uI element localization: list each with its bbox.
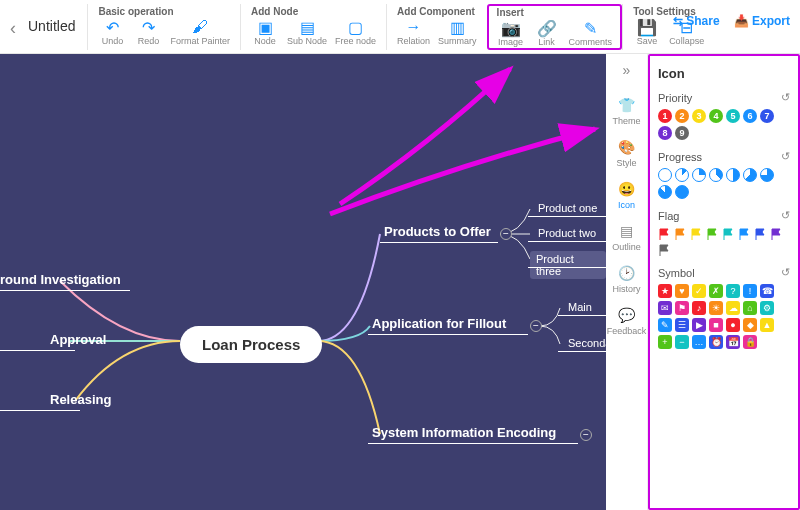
flag-0[interactable]: [658, 227, 671, 240]
node-left-1[interactable]: Approval: [50, 332, 106, 347]
reset-icon[interactable]: ↺: [781, 266, 790, 279]
flag-6[interactable]: [754, 227, 767, 240]
symbol-21[interactable]: +: [658, 335, 672, 349]
symbol-20[interactable]: ▲: [760, 318, 774, 332]
symbol-24[interactable]: ⏰: [709, 335, 723, 349]
toolbar-redo[interactable]: ↷Redo: [134, 19, 162, 46]
flag-7[interactable]: [770, 227, 783, 240]
export-button[interactable]: 📥 Export: [734, 14, 790, 28]
symbol-5[interactable]: !: [743, 284, 757, 298]
panel-tab-history[interactable]: 🕑History: [612, 264, 640, 294]
redo-icon: ↷: [140, 19, 156, 35]
toolbar-format-painter[interactable]: 🖌Format Painter: [170, 19, 230, 46]
symbol-0[interactable]: ★: [658, 284, 672, 298]
toolbar-save[interactable]: 💾Save: [633, 19, 661, 46]
symbol-13[interactable]: ⚙: [760, 301, 774, 315]
progress-0[interactable]: [658, 168, 672, 182]
toolbar-summary[interactable]: ▥Summary: [438, 19, 477, 46]
share-button[interactable]: ⇆ Share: [673, 14, 720, 28]
symbol-15[interactable]: ☰: [675, 318, 689, 332]
flag-3[interactable]: [706, 227, 719, 240]
progress-1[interactable]: [675, 168, 689, 182]
toolbar-free-node[interactable]: ▢Free node: [335, 19, 376, 46]
flag-2[interactable]: [690, 227, 703, 240]
symbol-25[interactable]: 📅: [726, 335, 740, 349]
panel-tab-icon[interactable]: 😀Icon: [618, 180, 636, 210]
panel-tab-theme[interactable]: 👕Theme: [612, 96, 640, 126]
leaf[interactable]: Main: [562, 299, 598, 315]
node-center[interactable]: Loan Process: [180, 326, 322, 363]
symbol-22[interactable]: −: [675, 335, 689, 349]
symbol-23[interactable]: …: [692, 335, 706, 349]
toolbar-node[interactable]: ▣Node: [251, 19, 279, 46]
symbol-10[interactable]: ☀: [709, 301, 723, 315]
symbol-3[interactable]: ✗: [709, 284, 723, 298]
format-painter-icon: 🖌: [192, 19, 208, 35]
back-button[interactable]: ‹: [10, 4, 24, 39]
progress-2[interactable]: [692, 168, 706, 182]
flag-1[interactable]: [674, 227, 687, 240]
progress-3[interactable]: [709, 168, 723, 182]
symbol-4[interactable]: ?: [726, 284, 740, 298]
node-right-2[interactable]: System Information Encoding: [372, 425, 556, 440]
symbol-18[interactable]: ●: [726, 318, 740, 332]
toolbar-relation[interactable]: →Relation: [397, 19, 430, 46]
leaf[interactable]: Product one: [532, 200, 603, 216]
symbol-26[interactable]: 🔒: [743, 335, 757, 349]
flag-8[interactable]: [658, 243, 671, 256]
doc-title[interactable]: Untitled: [24, 4, 87, 34]
mindmap-canvas[interactable]: Loan Process round Investigation Approva…: [0, 54, 606, 510]
progress-4[interactable]: [726, 168, 740, 182]
symbol-6[interactable]: ☎: [760, 284, 774, 298]
symbol-12[interactable]: ⌂: [743, 301, 757, 315]
collapse-panel-icon[interactable]: »: [623, 62, 631, 78]
progress-7[interactable]: [658, 185, 672, 199]
symbol-8[interactable]: ⚑: [675, 301, 689, 315]
toolbar-comments[interactable]: ✎Comments: [569, 20, 613, 47]
priority-1[interactable]: 1: [658, 109, 672, 123]
panel-tab-outline[interactable]: ▤Outline: [612, 222, 641, 252]
priority-4[interactable]: 4: [709, 109, 723, 123]
node-left-0[interactable]: round Investigation: [0, 272, 121, 287]
reset-icon[interactable]: ↺: [781, 150, 790, 163]
symbol-11[interactable]: ☁: [726, 301, 740, 315]
priority-7[interactable]: 7: [760, 109, 774, 123]
node-left-2[interactable]: Releasing: [50, 392, 111, 407]
leaf[interactable]: Secondary: [562, 335, 606, 351]
priority-6[interactable]: 6: [743, 109, 757, 123]
leaf-selected[interactable]: Product three: [530, 251, 606, 279]
progress-6[interactable]: [760, 168, 774, 182]
toolbar-link[interactable]: 🔗Link: [533, 20, 561, 47]
reset-icon[interactable]: ↺: [781, 209, 790, 222]
progress-8[interactable]: [675, 185, 689, 199]
expand-dot[interactable]: −: [500, 228, 512, 240]
expand-dot[interactable]: −: [530, 320, 542, 332]
symbol-16[interactable]: ▶: [692, 318, 706, 332]
priority-3[interactable]: 3: [692, 109, 706, 123]
priority-8[interactable]: 8: [658, 126, 672, 140]
priority-5[interactable]: 5: [726, 109, 740, 123]
panel-tab-style[interactable]: 🎨Style: [616, 138, 636, 168]
symbol-7[interactable]: ✉: [658, 301, 672, 315]
priority-9[interactable]: 9: [675, 126, 689, 140]
symbol-19[interactable]: ◆: [743, 318, 757, 332]
node-right-1[interactable]: Application for Fillout: [372, 316, 506, 331]
leaf[interactable]: Product two: [532, 225, 602, 241]
priority-2[interactable]: 2: [675, 109, 689, 123]
progress-5[interactable]: [743, 168, 757, 182]
flag-5[interactable]: [738, 227, 751, 240]
node-right-0[interactable]: Products to Offer: [384, 224, 491, 239]
expand-dot[interactable]: −: [580, 429, 592, 441]
symbol-1[interactable]: ♥: [675, 284, 689, 298]
symbol-9[interactable]: ♪: [692, 301, 706, 315]
symbol-2[interactable]: ✓: [692, 284, 706, 298]
symbol-14[interactable]: ✎: [658, 318, 672, 332]
section-label: Symbol: [658, 267, 695, 279]
reset-icon[interactable]: ↺: [781, 91, 790, 104]
symbol-17[interactable]: ■: [709, 318, 723, 332]
toolbar-undo[interactable]: ↶Undo: [98, 19, 126, 46]
toolbar-image[interactable]: 📷Image: [497, 20, 525, 47]
panel-tab-feedback[interactable]: 💬Feedback: [607, 306, 647, 336]
flag-4[interactable]: [722, 227, 735, 240]
toolbar-sub-node[interactable]: ▤Sub Node: [287, 19, 327, 46]
